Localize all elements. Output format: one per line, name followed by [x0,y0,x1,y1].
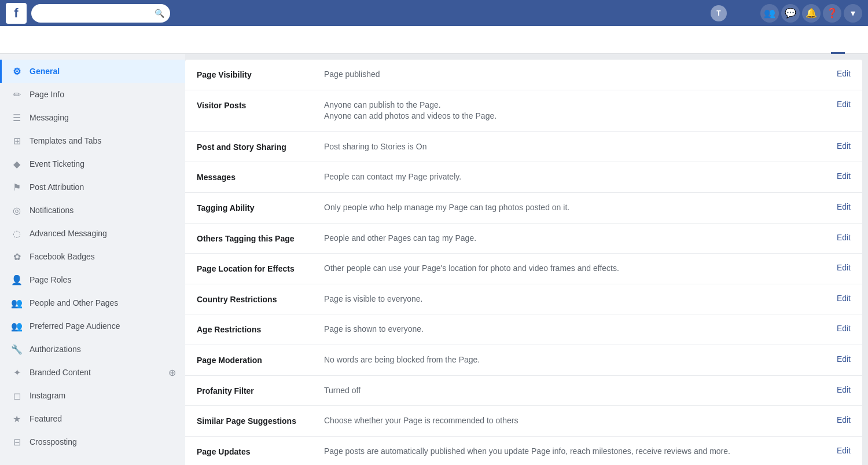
edit-button[interactable]: Edit [837,354,851,364]
add-icon-branded-content[interactable]: ⊕ [168,367,176,378]
sidebar-item-label-event-ticketing: Event Ticketing [30,159,84,169]
messenger-icon[interactable]: 💬 [781,4,800,23]
featured-icon: ★ [11,413,23,424]
page-nav-help[interactable] [845,26,859,54]
edit-button[interactable]: Edit [837,100,851,109]
sidebar-item-label-page-roles: Page Roles [30,275,71,284]
top-nav-icons: 👥 💬 🔔 ❓ ▾ [760,4,862,23]
sidebar-item-advanced-messaging[interactable]: ◌Advanced Messaging [0,222,185,245]
page-nav-insights[interactable] [65,26,79,54]
sidebar-item-templates-tabs[interactable]: ⊞Templates and Tabs [0,129,185,152]
settings-row: Page Location for EffectsOther people ca… [185,254,862,284]
sidebar-item-branded-content[interactable]: ✦Branded Content⊕ [0,361,185,384]
settings-label: Age Restrictions [197,324,324,334]
edit-button[interactable]: Edit [837,415,851,424]
page-nav-page[interactable] [9,26,23,54]
search-box[interactable]: 🔍 [31,4,170,23]
sidebar-item-label-general: General [30,67,60,76]
settings-row: Post and Story SharingPost sharing to St… [185,132,862,163]
sidebar-item-label-facebook-badges: Facebook Badges [30,252,95,261]
settings-value: Choose whether your Page is recommended … [324,415,837,427]
messaging-icon: ☰ [11,112,23,123]
post-attribution-icon: ⚑ [11,181,23,193]
bell-icon[interactable]: 🔔 [802,4,821,23]
chevron-down-icon[interactable]: ▾ [844,4,862,23]
event-ticketing-icon: ◆ [11,158,23,170]
edit-button[interactable]: Edit [837,141,851,151]
edit-button[interactable]: Edit [837,202,851,211]
edit-button[interactable]: Edit [837,324,851,333]
sidebar-item-label-page-info: Page Info [30,90,64,99]
settings-label: Page Location for Effects [197,263,324,273]
branded-content-icon: ✦ [11,367,23,378]
page-nav-notifications[interactable] [51,26,65,54]
sidebar-item-preferred-audience[interactable]: 👥Preferred Page Audience [0,314,185,338]
settings-row: Country RestrictionsPage is visible to e… [185,284,862,315]
edit-button[interactable]: Edit [837,69,851,78]
sidebar-item-label-branded-content: Branded Content [30,368,91,377]
instagram-icon: ◻ [11,390,23,401]
settings-row: Others Tagging this PagePeople and other… [185,224,862,254]
sidebar-item-event-ticketing[interactable]: ◆Event Ticketing [0,152,185,175]
edit-button[interactable]: Edit [837,385,851,394]
settings-label: Others Tagging this Page [197,233,324,243]
search-input[interactable] [37,9,151,18]
edit-button[interactable]: Edit [837,171,851,181]
people-other-pages-icon: 👥 [11,297,23,309]
user-profile[interactable]: T [711,5,730,21]
settings-row: Age RestrictionsPage is shown to everyon… [185,314,862,345]
sidebar: ⚙General✏Page Info☰Messaging⊞Templates a… [0,54,185,465]
settings-label: Post and Story Sharing [197,141,324,152]
settings-label: Country Restrictions [197,294,324,304]
settings-row: Page UpdatesPage posts are automatically… [185,437,862,465]
search-icon: 🔍 [155,9,164,18]
settings-value: No words are being blocked from the Page… [324,354,837,366]
settings-value: Anyone can publish to the Page.Anyone ca… [324,100,837,122]
sidebar-item-crossposting[interactable]: ⊟Crossposting [0,430,185,453]
settings-label: Visitor Posts [197,100,324,110]
page-nav-settings[interactable] [831,26,845,54]
page-nav [0,26,868,54]
settings-label: Tagging Ability [197,202,324,213]
page-nav-more[interactable] [93,26,106,54]
sidebar-item-label-authorizations: Authorizations [30,345,81,354]
page-nav-publishing-tools[interactable] [79,26,93,54]
notifications-icon: ◎ [11,204,23,216]
settings-table: Page VisibilityPage publishedEditVisitor… [185,60,862,465]
settings-row: Profanity FilterTurned offEdit [185,376,862,407]
sidebar-item-label-featured: Featured [30,414,62,423]
crossposting-icon: ⊟ [11,436,23,448]
sidebar-item-label-templates-tabs: Templates and Tabs [30,136,101,145]
settings-row: Tagging AbilityOnly people who help mana… [185,193,862,224]
sidebar-item-post-attribution[interactable]: ⚑Post Attribution [0,175,185,199]
people-icon[interactable]: 👥 [760,4,779,23]
top-nav: f 🔍 T 👥 💬 🔔 ❓ ▾ [0,0,868,26]
sidebar-item-featured[interactable]: ★Featured [0,407,185,430]
sidebar-item-label-post-attribution: Post Attribution [30,182,84,192]
sidebar-item-facebook-badges[interactable]: ✿Facebook Badges [0,245,185,268]
page-nav-inbox[interactable] [37,26,51,54]
sidebar-item-instagram[interactable]: ◻Instagram [0,384,185,407]
edit-button[interactable]: Edit [837,294,851,303]
settings-value: Other people can use your Page's locatio… [324,263,837,274]
sidebar-item-authorizations[interactable]: 🔧Authorizations [0,338,185,361]
sidebar-item-notifications[interactable]: ◎Notifications [0,199,185,222]
settings-value: Post sharing to Stories is On [324,141,837,153]
sidebar-item-page-roles[interactable]: 👤Page Roles [0,268,185,291]
sidebar-item-page-info[interactable]: ✏Page Info [0,83,185,106]
sidebar-item-people-other-pages[interactable]: 👥People and Other Pages [0,291,185,314]
help-icon[interactable]: ❓ [823,4,841,23]
sidebar-item-general[interactable]: ⚙General [0,60,185,83]
sidebar-item-messaging[interactable]: ☰Messaging [0,106,185,129]
settings-label: Messages [197,171,324,182]
settings-label: Page Moderation [197,354,324,365]
settings-value: Only people who help manage my Page can … [324,202,837,214]
edit-button[interactable]: Edit [837,233,851,242]
sidebar-item-label-crossposting: Crossposting [30,437,77,446]
page-nav-ad-center[interactable] [23,26,37,54]
facebook-badges-icon: ✿ [11,251,23,262]
settings-value: Page is shown to everyone. [324,324,837,335]
settings-label: Page Visibility [197,69,324,79]
edit-button[interactable]: Edit [837,263,851,272]
edit-button[interactable]: Edit [837,446,851,455]
